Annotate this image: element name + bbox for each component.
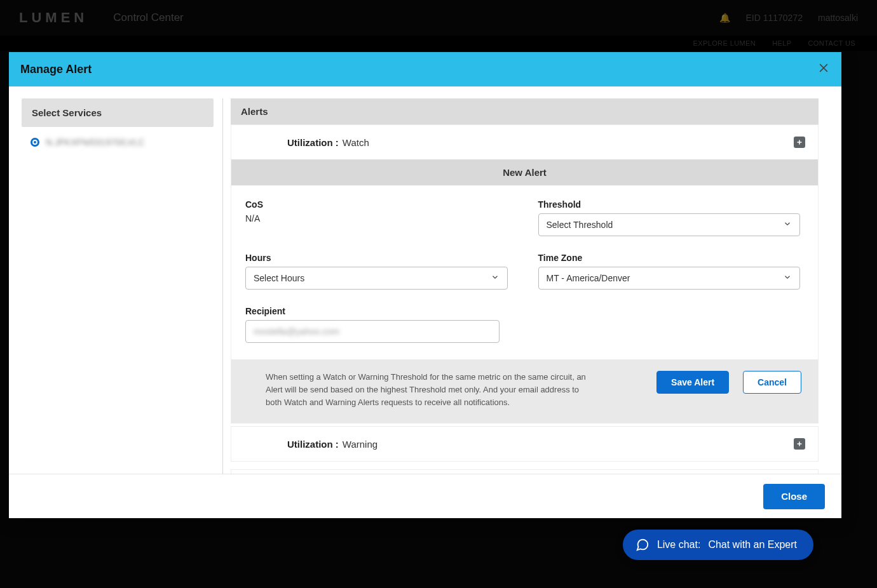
hours-select[interactable]: Select Hours (245, 267, 508, 290)
threshold-label: Threshold (538, 199, 801, 210)
hours-select-value: Select Hours (254, 273, 304, 283)
live-chat-button[interactable]: Live chat: Chat with an Expert (623, 530, 813, 560)
service-item[interactable]: N.JFKXFN/031970/LVLC (22, 127, 214, 157)
alert-row-value: Watch (343, 137, 369, 148)
alert-row-value: Warning (343, 439, 377, 450)
close-button[interactable]: Close (763, 484, 825, 509)
service-id: N.JFKXFN/031970/LVLC (46, 137, 144, 147)
modal-title: Manage Alert (20, 63, 92, 76)
save-alert-button[interactable]: Save Alert (656, 371, 729, 394)
new-alert-heading: New Alert (231, 159, 818, 185)
timezone-label: Time Zone (538, 253, 801, 263)
hours-field: Hours Select Hours (245, 253, 508, 290)
hours-label: Hours (245, 253, 508, 263)
cos-value: N/A (245, 213, 508, 224)
cancel-button[interactable]: Cancel (743, 371, 801, 394)
chevron-down-icon (783, 220, 792, 231)
chat-icon (636, 538, 649, 552)
alerts-heading: Alerts (231, 98, 819, 124)
threshold-select[interactable]: Select Threshold (538, 213, 801, 236)
manage-alert-modal: Manage Alert Select Services N.JFKXFN/03… (9, 52, 841, 518)
chat-label: Chat with an Expert (708, 539, 797, 551)
threshold-select-value: Select Threshold (547, 220, 613, 230)
modal-header: Manage Alert (9, 52, 841, 86)
recipient-field: Recipient mostella@yahoo.com (245, 306, 508, 343)
alert-row-utilization-warning: Utilization : Warning (231, 427, 818, 461)
radio-selected-icon[interactable] (31, 138, 39, 147)
cos-label: CoS (245, 199, 508, 210)
add-alert-button[interactable] (794, 438, 805, 450)
threshold-note: When setting a Watch or Warning Threshol… (266, 371, 596, 409)
recipient-value: mostella@yahoo.com (254, 326, 339, 337)
close-icon[interactable] (817, 62, 830, 77)
timezone-select-value: MT - America/Denver (547, 273, 630, 283)
cos-field: CoS N/A (245, 199, 508, 236)
alert-row-utilization-watch: Utilization : Watch (231, 125, 818, 159)
alerts-panel[interactable]: Alerts Utilization : Watch New Alert CoS (231, 98, 835, 474)
threshold-field: Threshold Select Threshold (538, 199, 801, 236)
alert-row-label: Utilization : (287, 137, 339, 148)
chevron-down-icon (491, 273, 500, 284)
timezone-select[interactable]: MT - America/Denver (538, 267, 801, 290)
recipient-label: Recipient (245, 306, 508, 316)
alert-row-label: Utilization : (287, 439, 339, 450)
sidebar-heading: Select Services (22, 98, 214, 127)
chevron-down-icon (783, 273, 792, 284)
vertical-divider (222, 98, 223, 474)
alert-row-jitter-watch: Jitter : Watch (231, 470, 818, 474)
chat-prefix: Live chat: (657, 539, 700, 551)
modal-footer: Close (9, 474, 841, 518)
timezone-field: Time Zone MT - America/Denver (538, 253, 801, 290)
recipient-input[interactable]: mostella@yahoo.com (245, 320, 500, 343)
sidebar: Select Services N.JFKXFN/031970/LVLC (22, 98, 214, 474)
add-alert-button[interactable] (794, 137, 805, 148)
